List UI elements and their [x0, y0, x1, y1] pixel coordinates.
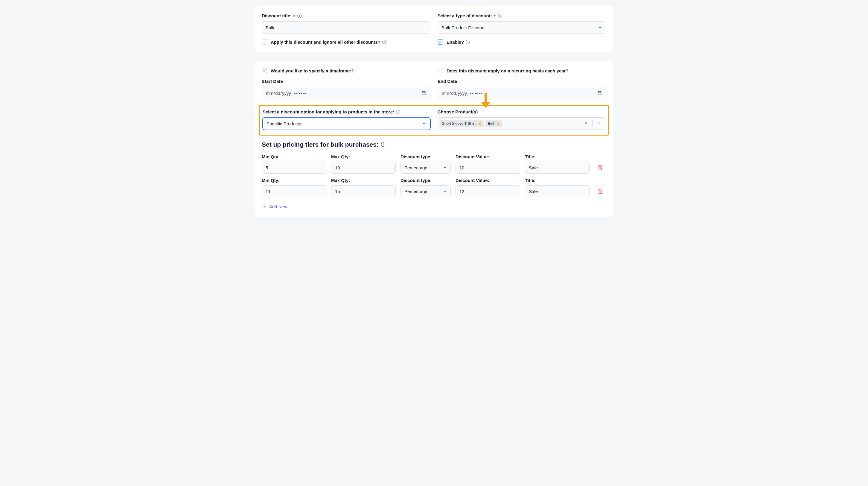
trash-icon — [598, 188, 603, 194]
discount-value-label: Discount Value: — [456, 178, 520, 183]
discount-option-select[interactable] — [262, 117, 430, 130]
clear-all-icon[interactable] — [582, 121, 590, 126]
multiselect-dropdown-toggle[interactable] — [594, 121, 603, 126]
timeframe-checkbox[interactable] — [262, 68, 267, 73]
discount-type-label: Select a type of discount: ★ i — [438, 13, 606, 18]
tier-title-label: Title: — [525, 178, 590, 183]
enable-checkbox[interactable] — [438, 39, 443, 44]
max-qty-label: Max Qty: — [331, 178, 396, 183]
max-qty-input[interactable] — [331, 161, 396, 174]
min-qty-input[interactable] — [262, 161, 326, 174]
product-tag: Short Sleeve T-Shirt ✕ — [440, 120, 484, 127]
product-tag-label: Short Sleeve T-Shirt — [442, 121, 475, 126]
remove-tag-icon[interactable]: ✕ — [497, 121, 500, 126]
discount-value-input[interactable] — [456, 185, 520, 197]
product-tag-label: Belt — [488, 121, 494, 126]
discount-title-input[interactable] — [262, 21, 430, 34]
plus-icon: ＋ — [262, 203, 267, 210]
max-qty-input[interactable] — [331, 185, 396, 197]
min-qty-label: Min Qty: — [262, 154, 326, 159]
discount-type-select[interactable]: Percentage — [401, 185, 451, 197]
tier-title-input[interactable] — [525, 161, 590, 174]
add-new-label: Add New — [269, 204, 287, 209]
timeframe-label: Would you like to specify a timeframe? — [271, 68, 353, 73]
discount-type-select[interactable] — [438, 21, 606, 34]
product-tag: Belt ✕ — [486, 120, 502, 127]
min-qty-label: Min Qty: — [262, 178, 326, 183]
discount-value-input[interactable] — [456, 161, 520, 174]
end-date-input[interactable] — [438, 87, 606, 99]
max-qty-label: Max Qty: — [331, 154, 396, 159]
highlight-annotation: Select a discount option for applying to… — [259, 105, 609, 135]
info-icon[interactable]: i — [498, 14, 502, 18]
discount-title-label: Discount title: ★ i — [262, 13, 430, 18]
chevron-down-icon — [597, 121, 601, 125]
info-icon[interactable]: i — [396, 110, 400, 114]
recurring-checkbox[interactable] — [438, 68, 443, 73]
remove-tag-icon[interactable]: ✕ — [478, 121, 481, 126]
delete-tier-button[interactable] — [594, 161, 606, 174]
choose-products-label: Choose Product(s) — [438, 109, 606, 114]
choose-products-multiselect[interactable]: Short Sleeve T-Shirt ✕ Belt ✕ — [438, 117, 606, 130]
discount-type-select[interactable]: Percentage — [401, 161, 451, 174]
recurring-label: Does this discount apply on a recurring … — [446, 68, 568, 73]
min-qty-input[interactable] — [262, 185, 326, 197]
discount-type-label: Discount type: — [401, 178, 451, 183]
info-icon[interactable]: i — [381, 143, 385, 147]
delete-tier-button[interactable] — [594, 185, 606, 197]
discount-type-label: Discount type: — [401, 154, 451, 159]
trash-icon — [598, 165, 603, 170]
discount-option-label: Select a discount option for applying to… — [262, 109, 430, 114]
tier-title-label: Title: — [525, 154, 590, 159]
ignore-discounts-checkbox[interactable] — [262, 39, 267, 44]
discount-config-card: Would you like to specify a timeframe? D… — [254, 61, 614, 217]
enable-label: Enable? i — [446, 39, 470, 44]
info-icon[interactable]: i — [382, 40, 386, 44]
info-icon[interactable]: i — [297, 14, 302, 18]
discount-value-label: Discount Value: — [456, 154, 520, 159]
tier-title-input[interactable] — [525, 185, 590, 197]
start-date-input[interactable] — [262, 87, 430, 99]
pricing-tiers-heading: Set up pricing tiers for bulk purchases:… — [262, 141, 606, 148]
required-star-icon: ★ — [493, 14, 496, 18]
tier-row: Min Qty: Max Qty: Discount type: Percent… — [262, 154, 606, 174]
end-date-label: End Date — [438, 79, 606, 84]
required-star-icon: ★ — [293, 14, 296, 18]
discount-header-card: Discount title: ★ i Select a type of dis… — [254, 6, 614, 52]
tier-row: Min Qty: Max Qty: Discount type: Percent… — [262, 178, 606, 197]
start-date-label: Start Date — [262, 79, 430, 84]
add-new-tier-button[interactable]: ＋ Add New — [262, 203, 287, 210]
info-icon[interactable]: i — [466, 40, 470, 44]
ignore-discounts-label: Apply this discount and ignore all other… — [271, 39, 386, 44]
